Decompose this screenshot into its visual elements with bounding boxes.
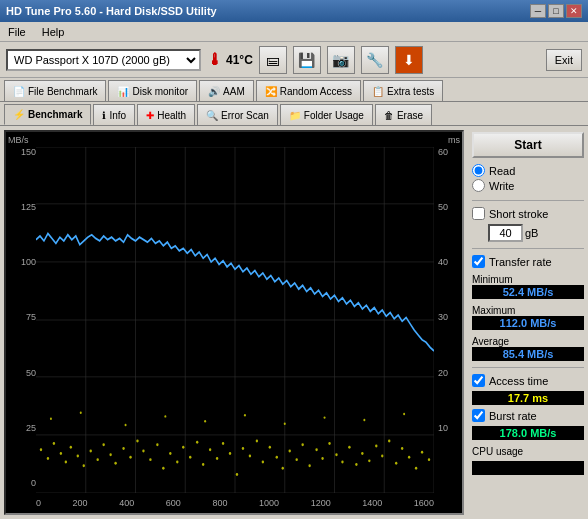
svg-point-64 [361,452,363,455]
svg-point-71 [408,456,410,459]
random-access-icon: 🔀 [265,86,277,97]
tab-file-benchmark[interactable]: 📄 File Benchmark [4,80,106,101]
folder-usage-icon: 📁 [289,110,301,121]
svg-point-45 [236,473,238,476]
svg-point-56 [308,464,310,467]
svg-point-83 [363,419,365,421]
aam-icon: 🔊 [208,86,220,97]
svg-point-47 [249,454,251,457]
stroke-row: gB [488,224,584,242]
tab-random-access[interactable]: 🔀 Random Access [256,80,361,101]
svg-point-80 [244,414,246,416]
maximize-button[interactable]: □ [548,4,564,18]
svg-point-37 [182,446,184,449]
svg-point-69 [395,462,397,465]
toolbar-btn-2[interactable]: 💾 [293,46,321,74]
start-button[interactable]: Start [472,132,584,158]
svg-point-70 [401,447,403,450]
access-time-value: 17.7 ms [472,391,584,405]
svg-point-61 [341,461,343,464]
toolbar-btn-1[interactable]: 🖴 [259,46,287,74]
maximum-label: Maximum [472,305,584,316]
svg-point-84 [403,413,405,415]
divider-3 [472,367,584,368]
burst-rate-label[interactable]: Burst rate [472,409,584,422]
svg-point-18 [60,452,62,455]
svg-point-15 [40,448,42,451]
svg-point-32 [149,458,151,461]
transfer-rate-checkbox[interactable] [472,255,485,268]
temperature-value: 41°C [226,53,253,67]
tab-benchmark[interactable]: ⚡ Benchmark [4,104,91,125]
average-value: 85.4 MB/s [472,347,584,361]
tab-aam[interactable]: 🔊 AAM [199,80,254,101]
svg-point-29 [129,456,131,459]
svg-point-25 [102,443,104,446]
svg-point-42 [216,457,218,460]
average-section: Average 85.4 MB/s [472,334,584,361]
svg-point-40 [202,463,204,466]
close-button[interactable]: ✕ [566,4,582,18]
chart-wrapper: MB/s ms 150 125 100 75 50 25 0 60 50 40 … [4,130,464,515]
extra-tests-icon: 📋 [372,86,384,97]
svg-point-74 [428,458,430,461]
svg-point-21 [77,454,79,457]
tab-health[interactable]: ✚ Health [137,104,195,125]
svg-point-81 [284,423,286,425]
write-radio[interactable] [472,179,485,192]
tab-error-scan[interactable]: 🔍 Error Scan [197,104,278,125]
chart-container: MB/s ms 150 125 100 75 50 25 0 60 50 40 … [0,126,468,519]
svg-point-63 [355,463,357,466]
burst-rate-checkbox[interactable] [472,409,485,422]
toolbar-btn-3[interactable]: 📷 [327,46,355,74]
title-bar-text: HD Tune Pro 5.60 - Hard Disk/SSD Utility [6,5,217,17]
tab-disk-monitor[interactable]: 📊 Disk monitor [108,80,197,101]
svg-point-31 [142,450,144,453]
svg-point-58 [321,457,323,460]
svg-point-53 [289,450,291,453]
svg-point-79 [204,420,206,422]
access-time-checkbox[interactable] [472,374,485,387]
title-bar: HD Tune Pro 5.60 - Hard Disk/SSD Utility… [0,0,588,22]
error-scan-icon: 🔍 [206,110,218,121]
svg-point-30 [136,440,138,443]
stroke-input[interactable] [488,224,523,242]
short-stroke-label[interactable]: Short stroke [472,207,584,220]
write-radio-label[interactable]: Write [472,179,584,192]
tab-folder-usage[interactable]: 📁 Folder Usage [280,104,373,125]
bottom-tab-bar: ⚡ Benchmark ℹ Info ✚ Health 🔍 Error Scan… [0,102,588,126]
access-time-label[interactable]: Access time [472,374,584,387]
svg-point-24 [96,458,98,461]
read-radio[interactable] [472,164,485,177]
exit-button[interactable]: Exit [546,49,582,71]
drive-select[interactable]: WD Passport X 107D (2000 gB) [6,49,201,71]
svg-point-67 [381,454,383,457]
svg-point-78 [164,415,166,417]
tab-info[interactable]: ℹ Info [93,104,135,125]
tab-erase[interactable]: 🗑 Erase [375,104,432,125]
read-write-group: Read Write [472,162,584,194]
menu-help[interactable]: Help [38,25,69,39]
minimize-button[interactable]: ─ [530,4,546,18]
benchmark-icon: ⚡ [13,109,25,120]
svg-point-46 [242,447,244,450]
toolbar-btn-4[interactable]: 🔧 [361,46,389,74]
burst-rate-value: 178.0 MB/s [472,426,584,440]
svg-point-23 [90,450,92,453]
tab-extra-tests[interactable]: 📋 Extra tests [363,80,443,101]
svg-point-16 [47,457,49,460]
svg-point-35 [169,452,171,455]
disk-monitor-icon: 📊 [117,86,129,97]
divider-1 [472,200,584,201]
cpu-usage-label: CPU usage [472,446,584,457]
svg-point-28 [122,447,124,450]
title-bar-buttons: ─ □ ✕ [530,4,582,18]
menu-file[interactable]: File [4,25,30,39]
short-stroke-checkbox[interactable] [472,207,485,220]
read-radio-label[interactable]: Read [472,164,584,177]
health-icon: ✚ [146,110,154,121]
y-axis-right: 60 50 40 30 20 10 [438,147,460,488]
toolbar-btn-5[interactable]: ⬇ [395,46,423,74]
transfer-rate-label[interactable]: Transfer rate [472,255,584,268]
svg-point-44 [229,452,231,455]
